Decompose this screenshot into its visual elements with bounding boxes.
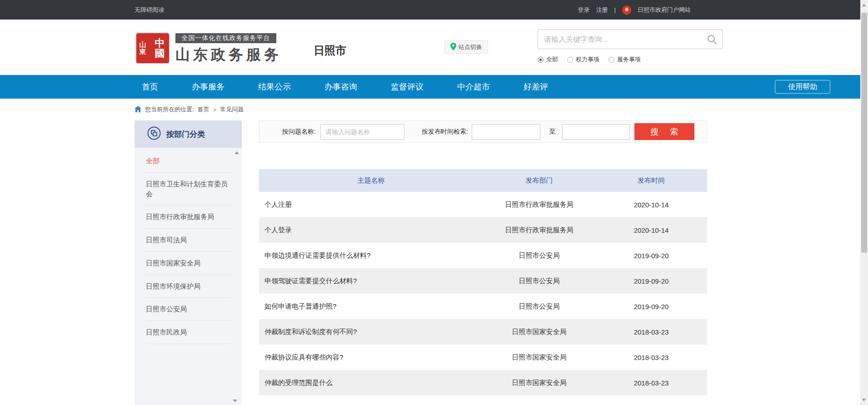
- platform-banner: 全国一体化在线政务服务平台: [175, 33, 276, 43]
- location-pin-icon: [450, 43, 456, 52]
- filter-bar: 按问题名称: 按发布时间检索: 至 搜 索: [259, 120, 707, 143]
- cell-date: 2019-09-20: [595, 277, 707, 285]
- portal-link[interactable]: 日照市政府门户网站: [638, 6, 691, 14]
- cell-dept: 日照市行政审批服务局: [483, 200, 595, 209]
- radio-icon: [538, 57, 544, 63]
- sidebar-item-3[interactable]: 日照市司法局: [146, 229, 231, 252]
- faq-table: 主题名称 发布部门 发布时间 个人注册日照市行政审批服务局2020-10-14个…: [259, 169, 707, 395]
- radio-icon: [609, 57, 614, 63]
- breadcrumb-current: 常见问题: [220, 105, 244, 114]
- breadcrumb-prefix: 您当前所在的位置:: [145, 105, 194, 114]
- scrollbar-thumb[interactable]: [861, 13, 867, 253]
- nav-item-4[interactable]: 监督评议: [384, 81, 431, 92]
- cell-title: 仲裁的受理范围是什么: [259, 379, 483, 387]
- city-name: 日照市: [314, 43, 346, 58]
- table-row[interactable]: 仲裁制度和诉讼制度有何不同?日照市国家安全局2018-03-23: [259, 319, 707, 345]
- table-row[interactable]: 个人注册日照市行政审批服务局2020-10-14: [259, 192, 707, 217]
- sidebar-item-2[interactable]: 日照市行政审批服务局: [146, 205, 231, 229]
- faq-content: 按问题名称: 按发布时间检索: 至 搜 索 主题名称 发布部门 发布时间 个人注…: [259, 120, 707, 143]
- accessibility-link[interactable]: 无障碍阅读: [135, 6, 164, 14]
- brand-title: 山东政务服务: [175, 45, 282, 65]
- breadcrumb-separator: >: [213, 106, 217, 113]
- sidebar-item-7[interactable]: 日照市民政局: [146, 321, 231, 344]
- sidebar-title: 按部门分类: [166, 129, 205, 140]
- nav-item-3[interactable]: 办事咨询: [317, 81, 364, 92]
- radio-label: 服务事项: [617, 55, 641, 64]
- cell-title: 个人注册: [259, 200, 483, 209]
- cell-dept: 日照市国家安全局: [483, 353, 595, 362]
- question-name-label: 按问题名称:: [282, 128, 316, 136]
- nav-item-1[interactable]: 办事服务: [185, 81, 232, 92]
- cell-title: 仲裁协议应具有哪些内容?: [259, 353, 483, 362]
- sidebar-list: 全部日照市卫生和计划生育委员会日照市行政审批服务局日照市司法局日照市国家安全局日…: [135, 148, 242, 344]
- cell-title: 仲裁制度和诉讼制度有何不同?: [259, 328, 483, 336]
- page: 无障碍阅读 登录 注册 | ★ 日照市政府门户网站 山東 中國 全国一体化在线政…: [0, 0, 868, 405]
- date-range-label: 按发布时间检索:: [422, 128, 468, 136]
- keyword-search-input[interactable]: [538, 30, 722, 49]
- cell-dept: 日照市公安局: [483, 302, 595, 311]
- sidebar-item-0[interactable]: 全部: [146, 150, 231, 173]
- date-to-input[interactable]: [562, 124, 630, 140]
- search-icon[interactable]: [707, 34, 718, 47]
- cell-title: 申领边境通行证需要提供什么材料?: [259, 251, 483, 260]
- cell-dept: 日照市公安局: [483, 251, 595, 260]
- radio-label: 全部: [546, 55, 558, 64]
- register-link[interactable]: 注册: [596, 6, 608, 14]
- table-row[interactable]: 申领边境通行证需要提供什么材料?日照市公安局2019-09-20: [259, 243, 707, 268]
- main-nav: 首页办事服务结果公示办事咨询监督评议中介超市好差评 使用帮助: [0, 75, 860, 99]
- cell-dept: 日照市行政审批服务局: [483, 226, 595, 235]
- table-row[interactable]: 如何申请电子普通护照?日照市公安局2019-09-20: [259, 294, 707, 319]
- site-switch-button[interactable]: 站点切换: [444, 40, 488, 54]
- radio-icon: [567, 57, 573, 63]
- nav-item-6[interactable]: 好差评: [516, 81, 555, 92]
- help-button[interactable]: 使用帮助: [775, 80, 830, 94]
- search-scope-radio-2[interactable]: 服务事项: [609, 55, 641, 64]
- sidebar-item-5[interactable]: 日照市环境保护局: [146, 275, 231, 298]
- sidebar-scroll-up-icon[interactable]: [234, 151, 239, 154]
- scrollbar-down-icon[interactable]: [862, 399, 866, 401]
- breadcrumb-bar: 您当前所在的位置: 首页 > 常见问题: [0, 99, 860, 120]
- national-emblem-icon: ★: [622, 5, 631, 15]
- nav-item-2[interactable]: 结果公示: [251, 81, 298, 92]
- col-header-dept: 发布部门: [483, 176, 595, 185]
- date-from-input[interactable]: [472, 124, 540, 140]
- sidebar-item-1[interactable]: 日照市卫生和计划生育委员会: [146, 173, 231, 206]
- sidebar-item-6[interactable]: 日照市公安局: [146, 298, 231, 321]
- sidebar-item-4[interactable]: 日照市国家安全局: [146, 252, 231, 275]
- search-scope-radio-0[interactable]: 全部: [538, 55, 558, 64]
- cell-dept: 日照市公安局: [483, 277, 595, 285]
- cell-date: 2018-03-23: [595, 354, 707, 361]
- sidebar-scroll-down-icon[interactable]: [233, 400, 237, 402]
- cell-date: 2019-09-20: [595, 303, 707, 310]
- table-header-row: 主题名称 发布部门 发布时间: [259, 169, 707, 192]
- shandong-seal-icon: 山東 中國: [136, 33, 169, 63]
- table-row[interactable]: 仲裁的受理范围是什么日照市国家安全局2018-03-23: [259, 370, 707, 395]
- cell-dept: 日照市国家安全局: [483, 328, 595, 336]
- cell-date: 2018-03-23: [595, 379, 707, 387]
- radio-label: 权力事项: [576, 55, 599, 64]
- breadcrumb-home-link[interactable]: 首页: [198, 105, 210, 114]
- table-row[interactable]: 申领驾驶证需要提交什么材料?日照市公安局2019-09-20: [259, 268, 707, 294]
- date-to-label: 至: [549, 128, 556, 136]
- sidebar-header: 按部门分类: [135, 120, 242, 148]
- cell-title: 个人登录: [259, 226, 483, 235]
- keyword-search-box: [538, 30, 723, 49]
- breadcrumb: 您当前所在的位置: 首页 > 常见问题: [135, 99, 707, 120]
- topbar-divider: |: [614, 6, 616, 13]
- table-row[interactable]: 仲裁协议应具有哪些内容?日照市国家安全局2018-03-23: [259, 345, 707, 370]
- login-link[interactable]: 登录: [578, 6, 590, 14]
- site-logo[interactable]: 山東 中國 全国一体化在线政务服务平台 山东政务服务: [136, 33, 282, 65]
- scrollbar-up-icon[interactable]: [862, 4, 866, 6]
- department-sidebar: 按部门分类 全部日照市卫生和计划生育委员会日照市行政审批服务局日照市司法局日照市…: [135, 120, 242, 405]
- table-row[interactable]: 个人登录日照市行政审批服务局2020-10-14: [259, 217, 707, 243]
- category-icon: [147, 126, 161, 142]
- nav-item-0[interactable]: 首页: [135, 81, 165, 92]
- cell-title: 申领驾驶证需要提交什么材料?: [259, 277, 483, 285]
- question-name-input[interactable]: [320, 124, 404, 140]
- search-scope-radio-1[interactable]: 权力事项: [567, 55, 599, 64]
- search-button[interactable]: 搜 索: [634, 123, 694, 140]
- page-scrollbar[interactable]: [860, 0, 868, 405]
- cell-date: 2018-03-23: [595, 328, 707, 336]
- nav-item-5[interactable]: 中介超市: [450, 81, 497, 92]
- cell-date: 2020-10-14: [595, 201, 707, 209]
